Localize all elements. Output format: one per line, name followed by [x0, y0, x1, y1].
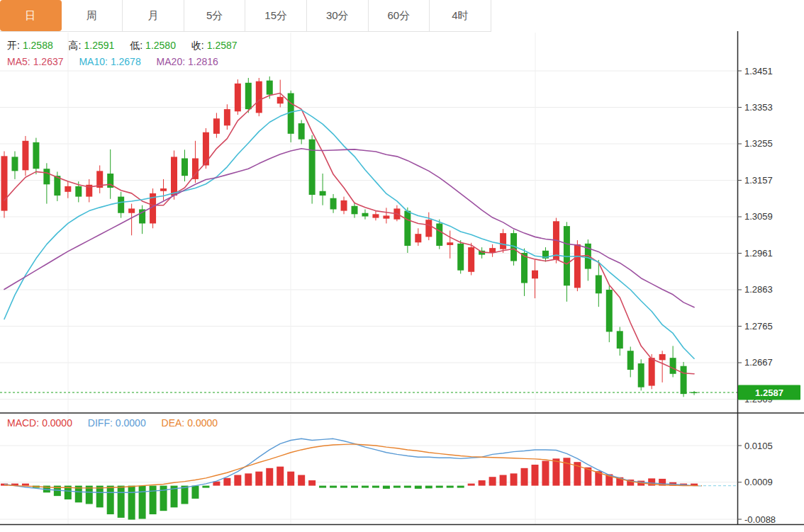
- svg-text:1.2765: 1.2765: [744, 321, 773, 332]
- chart-canvas[interactable]: 1.34511.33531.32551.31571.30591.29611.28…: [0, 0, 804, 532]
- svg-text:1.2667: 1.2667: [744, 357, 773, 368]
- tab-30min[interactable]: 30分: [307, 0, 369, 31]
- axis-borders: [0, 31, 804, 525]
- ma-lines: [4, 94, 694, 374]
- tab-15min[interactable]: 15分: [245, 0, 307, 31]
- svg-text:1.3255: 1.3255: [744, 138, 773, 149]
- candles-layer: [1, 77, 698, 397]
- tab-day[interactable]: 日: [0, 0, 62, 31]
- tab-month[interactable]: 月: [123, 0, 184, 31]
- period-tabbar: 日 周 月 5分 15分 30分 60分 4时: [0, 0, 491, 32]
- trading-chart-window: 1.34511.33531.32551.31571.30591.29611.28…: [0, 0, 804, 532]
- svg-text:1.2961: 1.2961: [744, 248, 773, 259]
- price-axis-labels: 1.34511.33531.32551.31571.30591.29611.28…: [737, 66, 776, 525]
- gridlines: [0, 33, 737, 525]
- svg-text:-0.0088: -0.0088: [744, 514, 776, 525]
- tab-4hour[interactable]: 4时: [430, 0, 491, 31]
- svg-text:1.3353: 1.3353: [744, 102, 773, 113]
- svg-text:1.2587: 1.2587: [755, 387, 783, 398]
- current-price-tag: 1.2587: [738, 385, 800, 400]
- tab-60min[interactable]: 60分: [369, 0, 430, 31]
- svg-text:0.0105: 0.0105: [744, 441, 773, 451]
- svg-text:1.3157: 1.3157: [744, 175, 773, 186]
- tab-5min[interactable]: 5分: [184, 0, 246, 31]
- svg-text:1.2863: 1.2863: [744, 284, 773, 295]
- svg-text:1.3451: 1.3451: [744, 66, 773, 77]
- tab-week[interactable]: 周: [62, 0, 123, 31]
- svg-text:1.3059: 1.3059: [744, 211, 773, 222]
- svg-text:0.0009: 0.0009: [744, 477, 773, 487]
